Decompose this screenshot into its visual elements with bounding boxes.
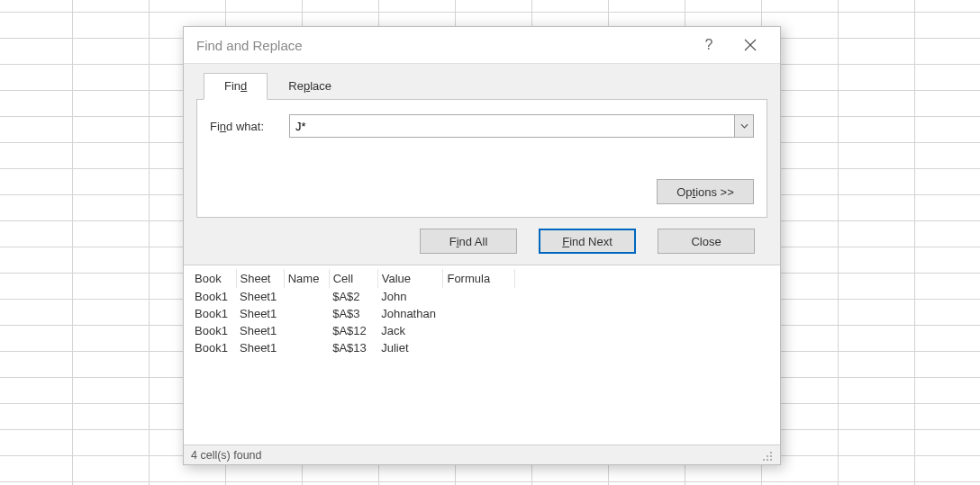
cell-value: Johnathan <box>377 305 443 322</box>
svg-point-3 <box>767 455 768 457</box>
statusbar: 4 cell(s) found <box>184 445 780 464</box>
svg-point-5 <box>763 459 765 461</box>
cell-formula <box>443 339 515 356</box>
find-panel: Find what: Options >> <box>196 99 767 218</box>
cell-sheet: Sheet1 <box>236 322 284 339</box>
tabstrip: Find Replace <box>196 73 767 100</box>
svg-point-4 <box>770 455 772 457</box>
col-header-value[interactable]: Value <box>377 269 443 288</box>
cell-name <box>284 339 329 356</box>
find-what-row: Find what: <box>210 114 754 138</box>
find-what-dropdown-button[interactable] <box>734 114 754 138</box>
status-text: 4 cell(s) found <box>191 449 262 462</box>
cell-formula <box>443 322 515 339</box>
cell-cell: $A$12 <box>329 322 377 339</box>
dialog-button-row: Find All Find Next Close <box>196 218 767 254</box>
tab-find-label: Find <box>224 79 247 93</box>
cell-book: Book1 <box>191 288 236 305</box>
find-replace-dialog: Find and Replace ? Find Replace Find wha… <box>183 26 781 465</box>
dialog-body: Find Replace Find what: Opt <box>184 63 780 265</box>
tab-replace[interactable]: Replace <box>268 73 352 100</box>
svg-point-2 <box>770 452 772 454</box>
col-header-name[interactable]: Name <box>284 269 329 288</box>
cell-sheet: Sheet1 <box>236 288 284 305</box>
help-icon: ? <box>705 37 713 53</box>
options-row: Options >> <box>210 179 754 204</box>
grip-icon <box>760 449 773 462</box>
results-header-row: Book Sheet Name Cell Value Formula <box>191 269 515 288</box>
cell-value: Jack <box>377 322 443 339</box>
close-window-button[interactable] <box>730 27 771 63</box>
find-all-button[interactable]: Find All <box>420 229 517 254</box>
tab-find[interactable]: Find <box>204 73 268 100</box>
cell-book: Book1 <box>191 305 236 322</box>
table-row[interactable]: Book1 Sheet1 $A$13 Juliet <box>191 339 515 356</box>
options-button[interactable]: Options >> <box>657 179 754 204</box>
resize-grip[interactable] <box>760 449 773 462</box>
close-button[interactable]: Close <box>658 229 755 254</box>
cell-cell: $A$13 <box>329 339 377 356</box>
col-header-formula[interactable]: Formula <box>443 269 515 288</box>
titlebar: Find and Replace ? <box>184 27 780 63</box>
find-what-input[interactable] <box>289 114 734 138</box>
col-header-sheet[interactable]: Sheet <box>236 269 284 288</box>
help-button[interactable]: ? <box>688 27 730 63</box>
tab-replace-label: Replace <box>288 79 331 93</box>
svg-point-6 <box>767 459 768 461</box>
chevron-down-icon <box>740 123 749 129</box>
cell-book: Book1 <box>191 322 236 339</box>
find-what-input-wrap <box>289 114 754 138</box>
cell-value: John <box>377 288 443 305</box>
find-next-button[interactable]: Find Next <box>539 229 636 254</box>
dialog-title: Find and Replace <box>196 38 688 53</box>
table-row[interactable]: Book1 Sheet1 $A$12 Jack <box>191 322 515 339</box>
cell-sheet: Sheet1 <box>236 305 284 322</box>
cell-name <box>284 322 329 339</box>
table-row[interactable]: Book1 Sheet1 $A$3 Johnathan <box>191 305 515 322</box>
cell-sheet: Sheet1 <box>236 339 284 356</box>
results-pane: Book Sheet Name Cell Value Formula Book1… <box>184 265 780 445</box>
cell-book: Book1 <box>191 339 236 356</box>
cell-name <box>284 305 329 322</box>
find-what-label: Find what: <box>210 120 277 133</box>
cell-cell: $A$3 <box>329 305 377 322</box>
results-table[interactable]: Book Sheet Name Cell Value Formula Book1… <box>191 269 515 356</box>
cell-formula <box>443 305 515 322</box>
col-header-book[interactable]: Book <box>191 269 236 288</box>
cell-value: Juliet <box>377 339 443 356</box>
cell-cell: $A$2 <box>329 288 377 305</box>
results-body: Book1 Sheet1 $A$2 John Book1 Sheet1 $A$3… <box>191 288 515 356</box>
close-icon <box>744 39 757 51</box>
col-header-cell[interactable]: Cell <box>329 269 377 288</box>
svg-point-7 <box>770 459 772 461</box>
table-row[interactable]: Book1 Sheet1 $A$2 John <box>191 288 515 305</box>
cell-formula <box>443 288 515 305</box>
cell-name <box>284 288 329 305</box>
